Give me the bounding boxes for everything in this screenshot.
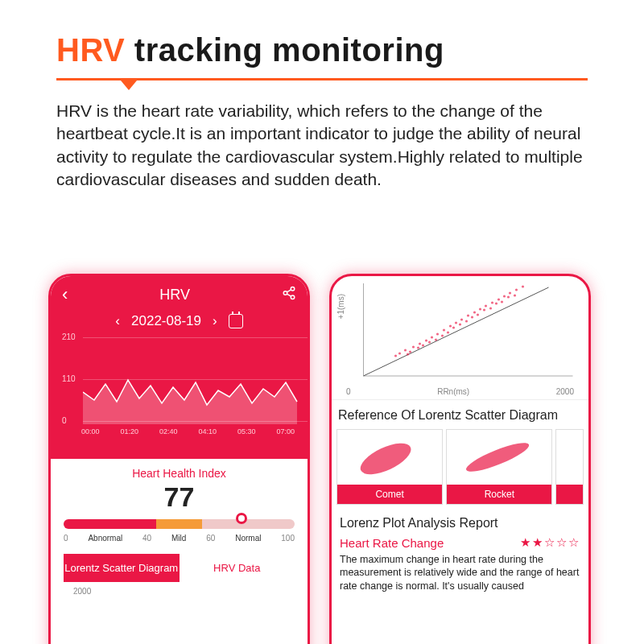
scale-label: Mild: [171, 534, 186, 543]
health-index-meter: [64, 519, 295, 529]
screen-title: HRV: [159, 287, 190, 303]
share-icon[interactable]: [282, 286, 296, 304]
phone-hrv-screen: ‹ HRV ‹ 2022-08-19 › 210 110 0: [48, 274, 310, 644]
description-text: HRV is the heart rate variability, which…: [56, 100, 588, 191]
chart-y-axis: 210 110 0: [62, 336, 296, 424]
svg-point-34: [503, 295, 506, 297]
svg-point-24: [460, 318, 463, 320]
chart-x-axis: 00:00 01:20 02:40 04:10 05:30 07:00: [62, 427, 296, 436]
x-axis-label: RRn(ms): [437, 387, 469, 396]
svg-line-3: [287, 289, 291, 291]
reference-plot: [556, 430, 583, 485]
svg-point-12: [412, 345, 415, 348]
svg-point-17: [428, 341, 431, 343]
scatter-svg: [338, 279, 582, 384]
scale-label: Normal: [235, 534, 261, 543]
lorenz-body: +1(ms) 0 RRn(ms) 2000: [332, 276, 588, 592]
phone-mockups: ‹ HRV ‹ 2022-08-19 › 210 110 0: [48, 274, 596, 644]
headline-rest: tracking monitoring: [125, 32, 444, 68]
x-tick: 00:00: [81, 427, 100, 436]
back-icon[interactable]: ‹: [62, 284, 68, 305]
svg-point-40: [435, 338, 437, 341]
svg-point-29: [477, 313, 479, 316]
svg-line-4: [287, 294, 291, 296]
svg-point-41: [447, 331, 449, 333]
svg-point-9: [398, 352, 401, 354]
heart-health-index-value: 77: [64, 481, 295, 513]
scale-num: 0: [64, 534, 68, 543]
svg-point-44: [483, 308, 485, 311]
svg-point-0: [291, 287, 295, 291]
scale-num: 40: [142, 534, 151, 543]
sparkline: [83, 336, 300, 424]
reference-label: [556, 485, 583, 504]
meter-pin: [236, 513, 247, 524]
selected-date[interactable]: 2022-08-19: [131, 313, 201, 329]
reference-card-rocket[interactable]: Rocket: [446, 429, 552, 505]
date-next-icon[interactable]: ›: [213, 313, 217, 329]
tab-bar: Lorentz Scatter Diagram HRV Data: [64, 554, 295, 582]
scatter-x-axis: 0 RRn(ms) 2000: [338, 387, 582, 399]
x-tick: 0: [346, 387, 351, 396]
reference-cards[interactable]: Comet Rocket: [332, 429, 588, 505]
svg-point-47: [407, 353, 409, 355]
heart-health-index-label: Heart Health Index: [64, 467, 295, 480]
svg-point-20: [441, 334, 444, 336]
tab-lorentz[interactable]: Lorentz Scatter Diagram: [64, 554, 180, 582]
meter-scale: 0 Abnormal 40 Mild 60 Normal 100: [64, 534, 295, 543]
svg-point-33: [497, 298, 500, 300]
rating-stars: ★★☆☆☆: [520, 535, 580, 550]
scale-num: 100: [281, 534, 295, 543]
svg-point-21: [449, 324, 452, 327]
report-title: Lorenz Plot Analysis Report: [332, 505, 588, 535]
svg-point-32: [489, 307, 492, 309]
reference-card-comet[interactable]: Comet: [336, 429, 443, 505]
x-tick: 04:10: [198, 427, 217, 436]
hrv-top-panel: ‹ HRV ‹ 2022-08-19 › 210 110 0: [51, 276, 308, 459]
heart-rate-change-row: Heart Rate Change ★★☆☆☆: [332, 535, 588, 550]
svg-point-10: [404, 349, 407, 351]
scatter-y-label: +1(ms): [336, 294, 345, 319]
svg-point-35: [501, 300, 503, 303]
headline-rule: [56, 78, 588, 80]
x-tick: 01:20: [120, 427, 138, 436]
svg-point-19: [443, 328, 445, 331]
svg-point-22: [455, 321, 457, 324]
headline-accent: HRV: [56, 32, 125, 68]
svg-point-48: [422, 344, 424, 346]
x-tick: 2000: [556, 387, 574, 396]
date-selector: ‹ 2022-08-19 ›: [62, 313, 296, 329]
reference-plot: [337, 430, 442, 485]
svg-point-37: [515, 288, 518, 291]
svg-line-7: [364, 287, 549, 376]
svg-point-14: [417, 346, 419, 349]
svg-point-46: [507, 295, 510, 298]
reference-card-more[interactable]: [555, 429, 584, 505]
calendar-icon[interactable]: [229, 314, 243, 328]
x-tick: 02:40: [159, 427, 178, 436]
phone-lorenz-screen: +1(ms) 0 RRn(ms) 2000: [329, 274, 591, 644]
reference-label: Comet: [337, 485, 442, 504]
date-prev-icon[interactable]: ‹: [115, 313, 120, 329]
lorentz-y-tick: 2000: [64, 582, 295, 596]
scatter-plot: +1(ms) 0 RRn(ms) 2000: [332, 276, 588, 399]
svg-point-45: [495, 302, 497, 304]
marketing-page: HRV tracking monitoring HRV is the heart…: [0, 0, 644, 644]
svg-point-25: [467, 314, 469, 316]
svg-point-36: [509, 291, 511, 294]
svg-point-42: [459, 323, 461, 325]
svg-point-31: [491, 301, 493, 303]
svg-point-23: [452, 326, 455, 328]
svg-point-49: [356, 437, 415, 481]
svg-point-13: [419, 342, 421, 345]
tab-hrv-data[interactable]: HRV Data: [180, 554, 295, 582]
heart-rate-change-label: Heart Rate Change: [340, 536, 444, 550]
svg-point-15: [425, 339, 427, 341]
reference-plot: [447, 430, 551, 485]
svg-point-11: [409, 350, 411, 353]
svg-point-30: [485, 304, 487, 307]
scatter-points: [394, 285, 524, 357]
reference-label: Rocket: [447, 485, 551, 504]
x-tick: 07:00: [276, 427, 295, 436]
svg-point-28: [479, 308, 481, 310]
